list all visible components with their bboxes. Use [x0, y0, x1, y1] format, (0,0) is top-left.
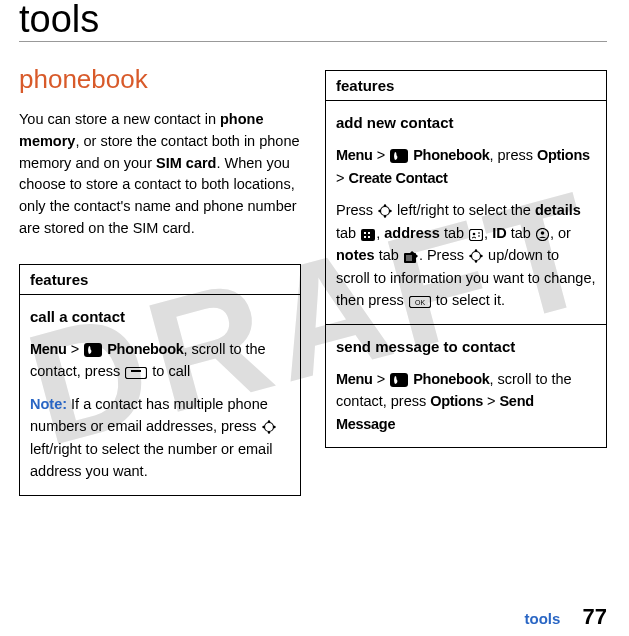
ok-key-icon: OK — [409, 296, 431, 308]
right-features-table: features add new contact Menu > Phoneboo… — [325, 70, 607, 448]
svg-rect-8 — [390, 149, 408, 163]
svg-rect-17 — [364, 236, 366, 238]
svg-rect-19 — [470, 229, 483, 240]
nav-key-icon — [378, 204, 392, 218]
row-step: Menu > Phonebook, scroll to the contact,… — [30, 338, 290, 383]
options-label: Options — [430, 393, 483, 409]
step-text: left/right to select the — [393, 202, 535, 218]
menu-label: Menu — [30, 341, 67, 357]
step-text: to call — [148, 363, 190, 379]
page-title: tools — [19, 0, 607, 42]
footer: tools 77 — [525, 604, 608, 630]
row-step: Menu > Phonebook, scroll to the contact,… — [336, 368, 596, 435]
nav-key-icon — [469, 249, 483, 263]
gt: > — [487, 393, 495, 409]
create-contact-label: Create Contact — [349, 170, 448, 186]
table-row: send message to contact Menu > Phonebook… — [326, 325, 606, 449]
row-step: Menu > Phonebook, press Options > Create… — [336, 144, 596, 189]
step-text: to select it. — [432, 292, 505, 308]
svg-point-33 — [480, 255, 482, 257]
step-text: . Press — [419, 247, 468, 263]
svg-point-20 — [473, 232, 476, 235]
nav-key-icon — [262, 420, 276, 434]
step-text: tab — [336, 225, 360, 241]
svg-point-11 — [384, 215, 386, 217]
svg-rect-0 — [84, 343, 102, 357]
id-label: ID — [492, 225, 507, 241]
left-column: phonebook You can store a new contact in… — [19, 42, 301, 496]
row-title: call a contact — [30, 305, 290, 328]
address-label: address — [384, 225, 440, 241]
gt: > — [336, 170, 344, 186]
section-heading: phonebook — [19, 64, 301, 95]
svg-point-3 — [264, 423, 273, 432]
phonebook-label: Phonebook — [413, 147, 489, 163]
svg-point-4 — [267, 420, 269, 422]
details-label: details — [535, 202, 581, 218]
gt: > — [377, 371, 385, 387]
phonebook-icon — [84, 343, 102, 357]
menu-label: Menu — [336, 371, 373, 387]
table-row: call a contact Menu > Phonebook, scroll … — [20, 295, 300, 496]
right-column: features add new contact Menu > Phoneboo… — [325, 42, 607, 496]
table-header: features — [20, 264, 300, 295]
svg-point-12 — [378, 210, 380, 212]
intro-text: You can store a new contact in — [19, 111, 220, 127]
page-number: 77 — [583, 604, 607, 629]
svg-text:OK: OK — [415, 299, 425, 306]
step-text: , — [484, 225, 492, 241]
step-text: tab — [507, 225, 535, 241]
intro-paragraph: You can store a new contact in phone mem… — [19, 109, 301, 240]
svg-point-9 — [381, 207, 390, 216]
intro-bold-2: SIM card — [156, 155, 216, 171]
step-text: , press — [489, 147, 537, 163]
menu-label: Menu — [336, 147, 373, 163]
svg-rect-1 — [126, 368, 147, 379]
id-tab-icon — [536, 228, 549, 241]
phonebook-label: Phonebook — [107, 341, 183, 357]
table-header: features — [326, 70, 606, 101]
svg-rect-18 — [368, 236, 370, 238]
columns: phonebook You can store a new contact in… — [19, 42, 607, 496]
footer-label: tools — [525, 610, 561, 627]
svg-point-5 — [267, 431, 269, 433]
svg-rect-2 — [131, 370, 141, 372]
svg-rect-15 — [364, 232, 366, 234]
svg-point-30 — [475, 249, 477, 251]
notes-tab-icon — [404, 251, 418, 263]
notes-label: notes — [336, 247, 375, 263]
step-text: Press — [336, 202, 377, 218]
gt: > — [71, 341, 79, 357]
svg-point-31 — [475, 260, 477, 262]
left-features-table: features call a contact Menu > Phonebook… — [19, 264, 301, 496]
page-content: tools phonebook You can store a new cont… — [0, 0, 629, 496]
phonebook-icon — [390, 149, 408, 163]
svg-point-10 — [384, 204, 386, 206]
svg-point-24 — [541, 231, 545, 235]
address-tab-icon — [469, 229, 483, 241]
note-text: left/right to select the number or email… — [30, 441, 273, 479]
step-text: tab — [375, 247, 403, 263]
details-tab-icon — [361, 229, 375, 241]
row-step: Press left/right to select the details t… — [336, 199, 596, 311]
step-text: tab — [440, 225, 468, 241]
svg-point-29 — [472, 252, 481, 261]
phonebook-label: Phonebook — [413, 371, 489, 387]
svg-rect-16 — [368, 232, 370, 234]
svg-point-6 — [262, 426, 264, 428]
svg-point-32 — [469, 255, 471, 257]
call-key-icon — [125, 367, 147, 379]
row-title: add new contact — [336, 111, 596, 134]
step-text: , or — [550, 225, 571, 241]
svg-point-13 — [389, 210, 391, 212]
svg-rect-36 — [390, 373, 408, 387]
gt: > — [377, 147, 385, 163]
phonebook-icon — [390, 373, 408, 387]
svg-point-7 — [273, 426, 275, 428]
row-note: Note: If a contact has multiple phone nu… — [30, 393, 290, 483]
row-title: send message to contact — [336, 335, 596, 358]
table-row: add new contact Menu > Phonebook, press … — [326, 101, 606, 325]
note-label: Note: — [30, 396, 67, 412]
options-label: Options — [537, 147, 590, 163]
svg-rect-14 — [361, 229, 375, 241]
